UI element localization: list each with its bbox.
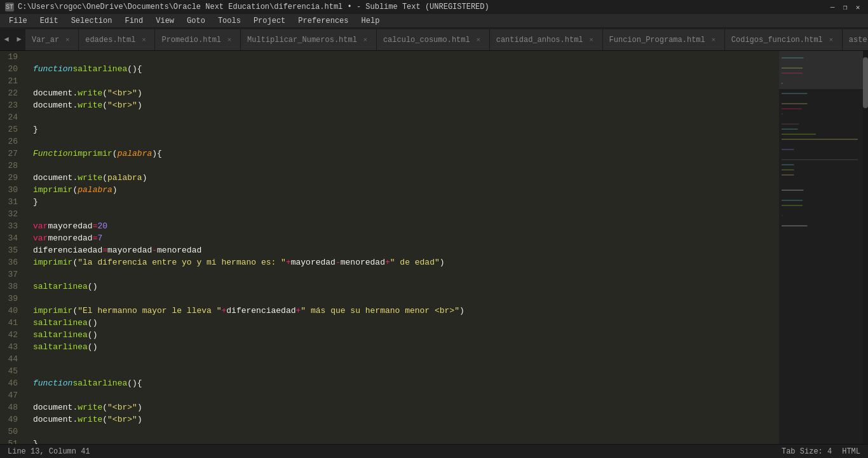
tab-close-7[interactable]: × [827,36,836,45]
tab-label-3: Multiplicar_Numeros.html [247,36,357,45]
tab-close-2[interactable]: × [225,36,234,45]
line-number-25: 25 [0,123,23,135]
code-line-31: } [33,196,779,208]
tab-7[interactable]: Codigos_funcion.html× [725,29,843,50]
line-number-29: 29 [0,172,23,184]
line-number-41: 41 [0,317,23,329]
editor-container: 1920212223242526272829303132333435363738… [0,51,868,444]
line-number-23: 23 [0,99,23,111]
line-number-32: 32 [0,208,23,220]
line-number-40: 40 [0,305,23,317]
tab-5[interactable]: cantidad_anhos.html× [490,29,603,50]
tab-close-1[interactable]: × [139,36,148,45]
code-line-28 [33,160,779,172]
line-number-27: 27 [0,148,23,160]
tab-close-6[interactable]: × [709,36,718,45]
code-line-50 [33,426,779,438]
menu-item-goto[interactable]: Goto [180,14,212,28]
code-line-47 [33,389,779,401]
code-line-44 [33,353,779,365]
code-line-34: var menoredad = 7 [33,232,779,244]
maximize-button[interactable]: ❐ [840,2,850,12]
code-line-20: function saltarlinea(){ [33,63,779,75]
line-number-21: 21 [0,75,23,87]
code-line-46: function saltarlinea(){ [33,377,779,389]
tab-size: Tab Size: 4 [782,447,832,456]
tab-close-4[interactable]: × [474,36,483,45]
line-number-39: 39 [0,293,23,305]
code-line-43: saltarlinea() [33,341,779,353]
code-line-51: } [33,438,779,444]
line-number-31: 31 [0,196,23,208]
code-line-23: document.write("<br>") [33,99,779,111]
minimap-viewport [779,51,868,89]
menubar: FileEditSelectionFindViewGotoToolsProjec… [0,14,868,28]
window-controls[interactable]: — ❐ ✕ [827,2,863,12]
tab-label-7: Codigos_funcion.html [731,36,823,45]
menu-item-find[interactable]: Find [118,14,149,28]
tab-close-3[interactable]: × [361,36,370,45]
code-line-25: } [33,123,779,135]
code-line-27: Function imprimir(palabra){ [33,148,779,160]
menu-item-tools[interactable]: Tools [212,14,247,28]
line-number-38: 38 [0,281,23,293]
menu-item-preferences[interactable]: Preferences [292,14,355,28]
menu-item-selection[interactable]: Selection [65,14,119,28]
tab-close-5[interactable]: × [587,36,596,45]
code-line-42: saltarlinea() [33,329,779,341]
tab-label-6: Funcion_Programa.html [609,36,705,45]
line-number-45: 45 [0,365,23,377]
tab-label-1: edades.html [85,36,135,45]
minimap [779,51,868,444]
statusbar: Line 13, Column 41 Tab Size: 4 HTML [0,444,868,458]
line-number-37: 37 [0,268,23,281]
cursor-position: Line 13, Column 41 [8,447,90,456]
line-number-47: 47 [0,389,23,401]
line-number-24: 24 [0,111,23,123]
tab-close-0[interactable]: × [63,36,72,45]
close-button[interactable]: ✕ [853,2,863,12]
tab-3[interactable]: Multiplicar_Numeros.html× [241,29,377,50]
tab-prev-button[interactable]: ◀ [0,28,13,50]
scrollbar-thumb[interactable] [863,57,868,108]
code-line-26 [33,135,779,148]
menu-item-edit[interactable]: Edit [34,14,65,28]
tab-1[interactable]: edades.html× [79,29,155,50]
tab-2[interactable]: Promedio.html× [155,29,241,50]
menu-item-view[interactable]: View [149,14,180,28]
menu-item-project[interactable]: Project [247,14,292,28]
tab-label-0: Var_ar [32,36,59,45]
tab-0[interactable]: Var_ar× [25,29,79,50]
code-line-48: document.write("<br>") [33,401,779,413]
window-title: C:\Users\rogoc\OneDrive\Documents\Oracle… [18,3,489,11]
tab-next-button[interactable]: ▶ [13,28,25,50]
app-icon: ST [5,3,14,11]
code-line-49: document.write("<br>") [33,413,779,426]
tab-label-2: Promedio.html [161,36,221,45]
code-line-24 [33,111,779,123]
tab-label-8: asteriscos.html [849,36,868,45]
line-number-44: 44 [0,353,23,365]
code-line-37 [33,268,779,281]
menu-item-file[interactable]: File [3,14,34,28]
line-number-36: 36 [0,256,23,268]
line-number-33: 33 [0,220,23,232]
minimize-button[interactable]: — [827,2,837,12]
titlebar-left: ST C:\Users\rogoc\OneDrive\Documents\Ora… [5,3,489,11]
tab-8[interactable]: asteriscos.html× [843,29,868,50]
code-line-40: imprimir("El hermanno mayor le lleva " +… [33,305,779,317]
code-line-32 [33,208,779,220]
tab-4[interactable]: calculo_cosumo.html× [377,29,490,50]
tab-6[interactable]: Funcion_Programa.html× [603,29,725,50]
syntax-mode: HTML [842,447,860,456]
code-line-45 [33,365,779,377]
code-line-35: diferenciaedad = mayoredad-menoredad [33,244,779,256]
code-line-36: imprimir("la diferencia entre yo y mi he… [33,256,779,268]
code-editor[interactable]: function saltarlinea(){ document.write("… [28,51,779,444]
statusbar-left: Line 13, Column 41 [8,447,90,456]
line-number-28: 28 [0,160,23,172]
tab-label-5: cantidad_anhos.html [496,36,583,45]
menu-item-help[interactable]: Help [355,14,386,28]
statusbar-right: Tab Size: 4 HTML [782,447,860,456]
line-numbers: 1920212223242526272829303132333435363738… [0,51,28,444]
